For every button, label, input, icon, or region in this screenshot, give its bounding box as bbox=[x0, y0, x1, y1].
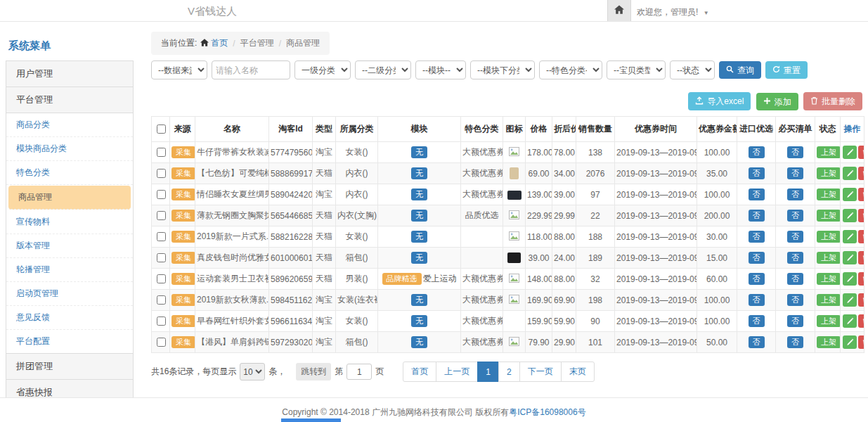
row-checkbox[interactable] bbox=[157, 253, 166, 262]
pager-button-上一页[interactable]: 上一页 bbox=[436, 362, 478, 382]
reset-button[interactable]: 重置 bbox=[765, 61, 808, 79]
select-all-checkbox[interactable] bbox=[157, 124, 166, 134]
filter-select-module[interactable]: --模块-- bbox=[415, 60, 466, 79]
row-checkbox[interactable] bbox=[157, 295, 166, 305]
jump-to-button[interactable]: 跳转到 bbox=[296, 363, 331, 381]
delete-button[interactable] bbox=[858, 167, 864, 180]
delete-button[interactable] bbox=[858, 335, 864, 349]
cell-discount-price: 69.90 bbox=[552, 290, 576, 311]
module-extra-text: 爱上运动 bbox=[423, 274, 457, 283]
sidebar-item-platform-management[interactable]: 平台管理 bbox=[6, 87, 134, 113]
edit-button[interactable] bbox=[843, 293, 857, 307]
delete-button[interactable] bbox=[858, 314, 864, 328]
horizontal-scrollbar-thumb[interactable] bbox=[281, 418, 341, 422]
edit-button[interactable] bbox=[843, 272, 857, 286]
row-checkbox[interactable] bbox=[157, 169, 166, 178]
sidebar-item-group-buy-management[interactable]: 拼团管理 bbox=[6, 353, 134, 380]
row-checkbox[interactable] bbox=[157, 274, 166, 283]
cell-taoke-id: 601000601341 bbox=[269, 248, 313, 269]
sidebar-item-feedback[interactable]: 意见反馈 bbox=[6, 306, 133, 330]
pager-button-1[interactable]: 1 bbox=[477, 362, 499, 382]
sidebar-item-platform-config[interactable]: 平台配置 bbox=[6, 330, 133, 353]
per-page-select[interactable]: 10 bbox=[240, 363, 265, 381]
edit-button[interactable] bbox=[843, 230, 857, 243]
name-search-input[interactable] bbox=[212, 60, 290, 79]
jump-page-input[interactable] bbox=[346, 364, 372, 380]
edit-button[interactable] bbox=[843, 314, 857, 328]
row-checkbox[interactable] bbox=[157, 232, 166, 241]
filter-select-data-source[interactable]: --数据来源-- bbox=[151, 60, 207, 79]
cell-coupon-time: 2019-09-13—2019-09-20 bbox=[615, 184, 697, 205]
batch-delete-label: 批量删除 bbox=[822, 97, 855, 106]
delete-button[interactable] bbox=[858, 293, 864, 307]
user-menu[interactable]: 欢迎您，管理员! ▼ bbox=[637, 6, 709, 18]
row-checkbox[interactable] bbox=[157, 190, 166, 199]
delete-button[interactable] bbox=[858, 146, 864, 159]
cell-source: 采集 bbox=[170, 269, 195, 290]
pager-button-首页[interactable]: 首页 bbox=[403, 362, 436, 382]
edit-button[interactable] bbox=[843, 188, 857, 201]
sidebar-item-feature-category[interactable]: 特色分类 bbox=[6, 161, 133, 185]
sidebar-item-splash-page-management[interactable]: 启动页管理 bbox=[6, 282, 133, 306]
edit-button[interactable] bbox=[843, 146, 857, 159]
home-button[interactable] bbox=[607, 0, 631, 21]
pager-button-2[interactable]: 2 bbox=[498, 362, 520, 382]
search-button[interactable]: 查询 bbox=[719, 61, 761, 79]
edit-button[interactable] bbox=[843, 251, 857, 264]
breadcrumb-home-link[interactable]: 首页 bbox=[211, 37, 228, 49]
row-checkbox[interactable] bbox=[157, 211, 166, 220]
product-thumbnail bbox=[507, 252, 521, 263]
search-button-label: 查询 bbox=[737, 66, 754, 75]
pager-button-末页[interactable]: 末页 bbox=[561, 362, 595, 382]
row-checkbox[interactable] bbox=[157, 338, 166, 347]
cell-checkbox bbox=[152, 163, 170, 184]
filter-select-category-level2[interactable]: --二级分类-- bbox=[355, 60, 411, 79]
import-excel-button[interactable]: 导入excel bbox=[688, 92, 751, 110]
batch-delete-button[interactable]: 批量删除 bbox=[803, 92, 862, 110]
status-badge: 上架 bbox=[817, 146, 841, 159]
sidebar-item-version-management[interactable]: 版本管理 bbox=[6, 234, 133, 258]
row-checkbox[interactable] bbox=[157, 316, 166, 326]
sidebar-item-promo-materials[interactable]: 宣传物料 bbox=[6, 210, 133, 234]
cell-taoke-id: 596611634525 bbox=[269, 311, 313, 332]
edit-button[interactable] bbox=[843, 209, 857, 222]
column-header-4: 类型 bbox=[313, 117, 336, 142]
filter-select-status[interactable]: --状态-- bbox=[670, 60, 715, 79]
cell-checkbox bbox=[152, 142, 170, 163]
edit-button[interactable] bbox=[843, 167, 857, 180]
must-buy-badge: 否 bbox=[787, 294, 803, 307]
sidebar-item-user-management[interactable]: 用户管理 bbox=[6, 60, 134, 87]
sidebar-item-carousel-management[interactable]: 轮播管理 bbox=[6, 258, 133, 282]
filter-select-item-type[interactable]: --宝贝类型-- bbox=[607, 60, 666, 79]
column-header-11: 销售数量 bbox=[576, 117, 615, 142]
delete-button[interactable] bbox=[858, 209, 864, 222]
import-select-badge: 否 bbox=[749, 336, 765, 349]
column-header-5: 所属分类 bbox=[336, 117, 378, 142]
delete-button[interactable] bbox=[858, 272, 864, 286]
import-select-badge: 否 bbox=[749, 146, 765, 159]
product-thumbnail bbox=[510, 167, 519, 179]
cell-must-buy: 否 bbox=[776, 311, 815, 332]
sidebar-item-module-product-category[interactable]: 模块商品分类 bbox=[6, 137, 133, 161]
table-row: 采集运动套装男士卫衣初秋...589620659791天猫男装()品牌精选爱上运… bbox=[152, 269, 864, 290]
pager-button-下一页[interactable]: 下一页 bbox=[519, 362, 562, 382]
filter-select-feature-category[interactable]: --特色分类-- bbox=[539, 60, 602, 79]
filter-select-module-subcategory[interactable]: --模块下分类-- bbox=[470, 60, 535, 79]
edit-button[interactable] bbox=[843, 335, 857, 349]
reset-button-label: 重置 bbox=[784, 66, 801, 75]
sidebar-item-saving-news[interactable]: 省惠快报 bbox=[6, 379, 134, 397]
cell-checkbox bbox=[152, 205, 170, 226]
cell-actions bbox=[841, 226, 864, 248]
delete-button[interactable] bbox=[858, 230, 864, 243]
add-button[interactable]: 添加 bbox=[756, 93, 798, 110]
sidebar-item-product-management[interactable]: 商品管理 bbox=[8, 186, 131, 210]
filter-select-category-level1[interactable]: 一级分类 bbox=[294, 60, 351, 79]
delete-button[interactable] bbox=[858, 188, 864, 201]
delete-button[interactable] bbox=[858, 251, 864, 264]
cell-category: 女装() bbox=[336, 142, 378, 163]
module-badge: 无 bbox=[411, 210, 427, 222]
icp-link[interactable]: 粤ICP备16098006号 bbox=[509, 407, 585, 417]
row-checkbox[interactable] bbox=[157, 148, 166, 157]
sidebar-item-product-category[interactable]: 商品分类 bbox=[6, 113, 133, 137]
cell-sales: 32 bbox=[576, 269, 615, 290]
